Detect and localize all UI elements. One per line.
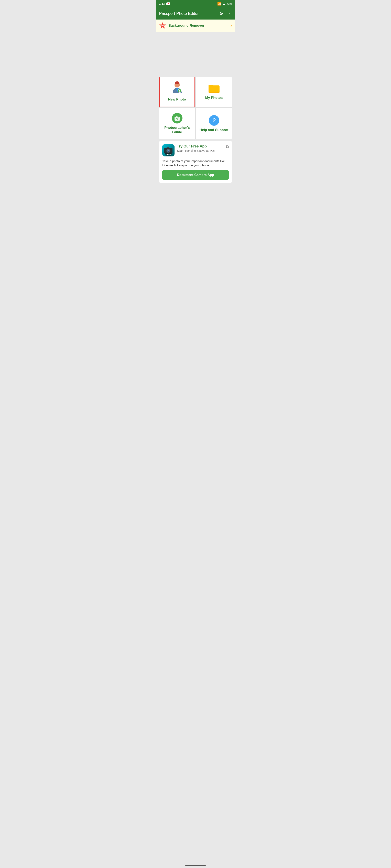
svg-point-13 [168, 150, 169, 151]
banner-text: Background Remover [168, 24, 204, 28]
external-link-icon[interactable]: ⧉ [226, 144, 229, 149]
folder-icon [208, 84, 220, 93]
camera-circle-icon [172, 113, 183, 123]
more-options-icon[interactable]: ⋮ [227, 11, 232, 16]
svg-rect-7 [176, 116, 177, 117]
my-photos-cell[interactable]: My Photos [196, 77, 232, 107]
main-content: + New Photo My Photos [156, 77, 235, 186]
person-body: + [173, 88, 181, 93]
document-camera-button[interactable]: Document Camera App [162, 170, 229, 180]
status-bar: 1:13 📶 ▲ 73% [156, 0, 235, 7]
settings-icon[interactable]: ⚙ [219, 11, 223, 16]
status-left: 1:13 [159, 2, 170, 5]
help-circle-icon: ? [209, 115, 219, 126]
app-title: Passport Photo Editor [159, 11, 199, 16]
app-bar: Passport Photo Editor ⚙ ⋮ [156, 7, 235, 20]
bottom-spacer [156, 186, 235, 227]
svg-point-14 [167, 149, 168, 150]
wifi-icon: 📶 [217, 2, 221, 6]
top-spacer [156, 32, 235, 77]
camera-svg [174, 116, 180, 121]
help-support-label: Help and Support [200, 128, 228, 132]
promo-title: Try Our Free App [177, 144, 223, 149]
folder-container [208, 84, 220, 94]
svg-point-6 [176, 118, 177, 119]
new-photo-icon: + [171, 82, 183, 95]
plus-badge: + [177, 89, 181, 93]
banner-left: NEW Background Remover [159, 22, 204, 29]
person-figure: + [171, 82, 183, 93]
new-badge: NEW [159, 22, 166, 29]
signal-icon: ▲ [223, 2, 225, 5]
battery-text: 73% [227, 2, 232, 5]
svg-rect-15 [167, 147, 169, 148]
time-display: 1:13 [159, 2, 165, 5]
svg-rect-3 [208, 86, 220, 92]
youtube-icon [166, 2, 170, 5]
new-badge-text: NEW [161, 25, 165, 27]
status-right: 📶 ▲ 73% [217, 2, 232, 6]
app-icon: Yono [162, 144, 174, 156]
help-support-cell[interactable]: ? Help and Support [196, 108, 232, 140]
photographers-guide-label: Photographer's Guide [162, 125, 192, 134]
promo-card: Yono Try Our Free App Scan, combine & sa… [159, 141, 232, 183]
app-bar-actions: ⚙ ⋮ [219, 11, 232, 16]
photographers-guide-cell[interactable]: Photographer's Guide [159, 108, 195, 140]
promo-description: Take a photo of your important documents… [162, 159, 229, 167]
question-mark: ? [212, 117, 216, 124]
promo-top: Yono Try Our Free App Scan, combine & sa… [162, 144, 229, 156]
promo-text-block: Try Our Free App Scan, combine & save as… [177, 144, 223, 152]
new-photo-label: New Photo [168, 97, 186, 102]
background-remover-banner[interactable]: NEW Background Remover › [156, 20, 235, 32]
battery-display: 73% [227, 2, 232, 5]
plus-symbol: + [178, 89, 180, 92]
menu-grid: + New Photo My Photos [159, 77, 232, 140]
person-head [174, 82, 180, 88]
my-photos-label: My Photos [205, 96, 223, 100]
svg-point-8 [178, 117, 179, 118]
promo-subtitle: Scan, combine & save as PDF [177, 149, 223, 152]
new-photo-cell[interactable]: + New Photo [159, 77, 195, 107]
banner-arrow-icon: › [230, 23, 232, 28]
yono-label: Yono [165, 153, 171, 156]
